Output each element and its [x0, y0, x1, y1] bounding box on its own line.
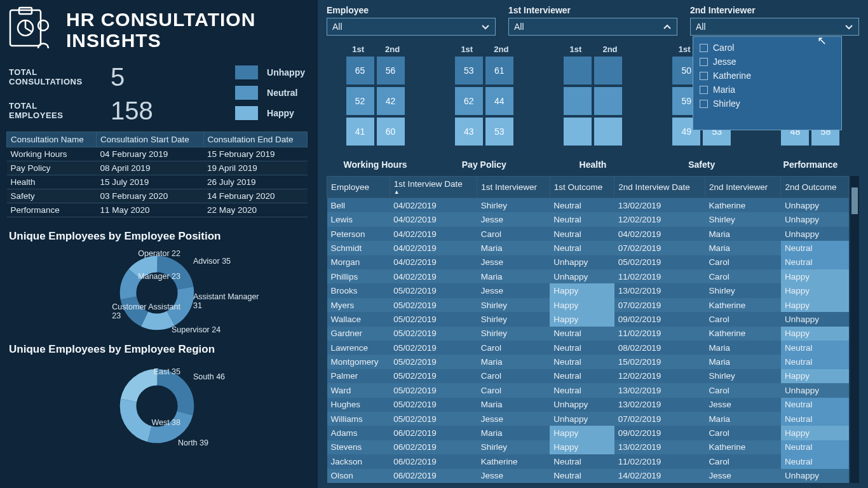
outcome-cell[interactable]: [594, 87, 622, 115]
option-carol[interactable]: Carol: [697, 41, 837, 55]
column-header[interactable]: 1st Interview Date▲: [390, 177, 477, 198]
column-header[interactable]: 2nd Interview Date: [614, 177, 705, 198]
option-shirley[interactable]: Shirley: [697, 97, 837, 111]
outcome-cell[interactable]: 61: [485, 57, 513, 85]
cursor-icon: ↖: [817, 34, 827, 48]
option-katherine[interactable]: Katherine: [697, 69, 837, 83]
table-row[interactable]: Wallace05/02/2019ShirleyHappy09/02/2019C…: [327, 312, 849, 326]
table-row[interactable]: Morgan04/02/2019JesseUnhappy05/02/2019Ca…: [327, 255, 849, 269]
interviewer1-options-popup: Carol Jesse Katherine Maria Shirley: [693, 36, 842, 130]
table-row[interactable]: Phillips04/02/2019MariaUnhappy11/02/2019…: [327, 269, 849, 283]
option-maria[interactable]: Maria: [697, 83, 837, 97]
outcome-cell[interactable]: 43: [455, 118, 483, 146]
table-row[interactable]: Palmer05/02/2019CarolNeutral12/02/2019Sh…: [327, 369, 849, 383]
outcome-cell[interactable]: 56: [377, 57, 405, 85]
tile-column: 1st2ndHealth: [544, 44, 641, 170]
swatch-unhappy: [235, 65, 258, 79]
outcome-cell[interactable]: 42: [377, 87, 405, 115]
kpi-total-employees: TOTALEMPLOYEES 158: [9, 97, 153, 125]
column-header[interactable]: 2nd Outcome: [781, 177, 849, 198]
page-title: HR CONSULTATION INSIGHTS: [66, 9, 255, 51]
tile-column: 1st2nd536162444353Pay Policy: [435, 44, 532, 170]
slicer-2nd-interviewer: 2nd Interviewer All: [690, 5, 859, 36]
sentiment-legend: Unhappy Neutral Happy: [235, 65, 305, 125]
table-row[interactable]: Working Hours04 February 201915 February…: [7, 147, 308, 161]
column-header[interactable]: Employee: [327, 177, 390, 198]
outcome-cell[interactable]: [564, 87, 592, 115]
outcome-cell[interactable]: 53: [455, 57, 483, 85]
table-row[interactable]: Montgomery05/02/2019MariaNeutral15/02/20…: [327, 355, 849, 369]
table-row[interactable]: Ward05/02/2019CarolNeutral13/02/2019Caro…: [327, 383, 849, 397]
slicer-1st-interviewer-dropdown[interactable]: All: [508, 18, 677, 36]
outcome-cell[interactable]: [594, 118, 622, 146]
table-row[interactable]: Brooks05/02/2019JesseHappy13/02/2019Shir…: [327, 283, 849, 297]
scrollbar-thumb[interactable]: [851, 187, 858, 214]
column-header[interactable]: 2nd Interviewer: [705, 177, 781, 198]
table-row[interactable]: Peterson04/02/2019CarolNeutral04/02/2019…: [327, 227, 849, 241]
table-row[interactable]: Pay Policy08 April 201919 April 2019: [7, 161, 308, 175]
table-row[interactable]: Bell04/02/2019ShirleyNeutral13/02/2019Ka…: [327, 198, 849, 213]
outcome-cell[interactable]: 52: [346, 87, 374, 115]
kpi-total-consultations: TOTALCONSULTATIONS 5: [9, 63, 153, 92]
table-row[interactable]: Williams05/02/2019JesseUnhappy07/02/2019…: [327, 412, 849, 426]
outcome-cell[interactable]: [594, 57, 622, 85]
checkbox-icon[interactable]: [700, 100, 708, 108]
dashboard-header: HR CONSULTATION INSIGHTS: [6, 6, 308, 53]
column-header[interactable]: 1st Outcome: [550, 177, 614, 198]
outcome-cell[interactable]: 41: [346, 118, 374, 146]
table-row[interactable]: Lewis04/02/2019JesseNeutral12/02/2019Shi…: [327, 212, 849, 226]
checkbox-icon[interactable]: [700, 44, 708, 52]
consultations-table[interactable]: Consultation Name Consultation Start Dat…: [6, 132, 308, 217]
chart-title-position: Unique Employees by Employee Position: [9, 230, 308, 243]
table-row[interactable]: Stevens06/02/2019ShirleyHappy13/02/2019K…: [327, 440, 849, 454]
checkbox-icon[interactable]: [700, 72, 708, 80]
slicer-employee: Employee All: [327, 5, 496, 36]
table-row[interactable]: Olson06/02/2019JesseNeutral14/02/2019Jes…: [327, 469, 849, 483]
chart-title-region: Unique Employees by Employee Region: [9, 343, 308, 356]
outcome-cell[interactable]: 62: [455, 87, 483, 115]
svg-point-3: [38, 20, 48, 30]
swatch-happy: [235, 106, 258, 120]
swatch-neutral: [235, 86, 258, 100]
donut-chart-region[interactable]: East 35 West 38 South 46 North 39: [6, 358, 308, 454]
chevron-up-icon: [663, 22, 672, 31]
table-row[interactable]: Adams06/02/2019MariaHappy09/02/2019Carol…: [327, 426, 849, 440]
checkbox-icon[interactable]: [700, 86, 708, 94]
outcome-cell[interactable]: [564, 118, 592, 146]
chevron-down-icon: [844, 22, 853, 31]
slicer-employee-dropdown[interactable]: All: [327, 18, 496, 36]
table-row[interactable]: Safety03 February 202014 February 2020: [7, 189, 308, 203]
table-scrollbar[interactable]: [850, 176, 859, 483]
table-row[interactable]: Myers05/02/2019ShirleyHappy07/02/2019Kat…: [327, 298, 849, 312]
outcome-cell[interactable]: 53: [485, 118, 513, 146]
outcome-cell[interactable]: 65: [346, 57, 374, 85]
table-row[interactable]: Schmidt04/02/2019MariaNeutral07/02/2019M…: [327, 241, 849, 255]
checkbox-icon[interactable]: [700, 58, 708, 66]
table-row[interactable]: Gardner05/02/2019ShirleyNeutral11/02/201…: [327, 327, 849, 341]
table-row[interactable]: Health15 July 201926 July 2019: [7, 175, 308, 189]
outcome-cell[interactable]: [564, 57, 592, 85]
outcome-cell[interactable]: 60: [377, 118, 405, 146]
column-header[interactable]: 1st Interviewer: [477, 177, 550, 198]
slicer-2nd-interviewer-dropdown[interactable]: All: [690, 18, 859, 36]
table-row[interactable]: Hughes05/02/2019MariaUnhappy13/02/2019Je…: [327, 398, 849, 412]
donut-chart-position[interactable]: Operator 22 Manager 23 Customer Assistan…: [6, 245, 308, 341]
report-icon: [6, 6, 57, 53]
interview-table[interactable]: Employee1st Interview Date▲1st Interview…: [327, 176, 849, 483]
slicer-1st-interviewer: 1st Interviewer All ↖ Carol Jesse Kather…: [508, 5, 677, 36]
table-row[interactable]: Jackson06/02/2019KatherineNeutral11/02/2…: [327, 454, 849, 468]
option-jesse[interactable]: Jesse: [697, 55, 837, 69]
tile-column: 1st2nd655652424160Working Hours: [327, 44, 424, 170]
table-row[interactable]: Performance11 May 202022 May 2020: [7, 203, 308, 217]
chevron-down-icon: [481, 22, 490, 31]
table-row[interactable]: Lawrence05/02/2019CarolNeutral08/02/2019…: [327, 341, 849, 355]
outcome-cell[interactable]: 44: [485, 87, 513, 115]
